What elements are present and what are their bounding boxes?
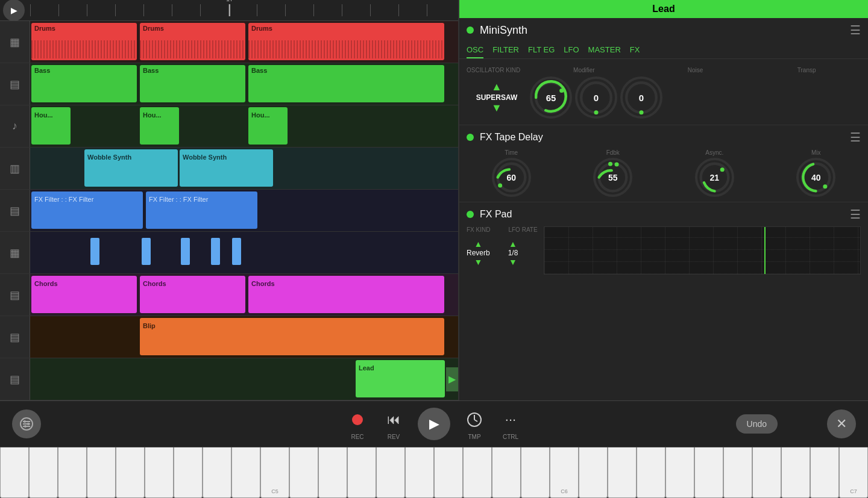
rec-button[interactable]: REC (345, 408, 370, 440)
track-control-midi[interactable]: ▦ (0, 232, 30, 273)
fx-pad-menu-icon[interactable]: ☰ (850, 207, 861, 222)
synth-active-dot[interactable] (467, 26, 474, 34)
track-control-blip[interactable]: ▤ (0, 316, 30, 358)
osc-kind-down-arrow[interactable]: ▼ (491, 102, 502, 114)
time-knob[interactable]: 60 (492, 158, 531, 197)
track-control-lead[interactable]: ▤ (0, 358, 30, 400)
white-key[interactable] (0, 447, 29, 498)
tab-filter[interactable]: FILTER (492, 42, 519, 58)
mix-knob[interactable]: 40 (796, 158, 835, 197)
house-block-1[interactable]: Hou... (31, 107, 71, 145)
white-key[interactable] (376, 447, 405, 498)
bass-block-2[interactable]: Bass (140, 65, 245, 102)
tab-master[interactable]: MASTER (588, 42, 621, 58)
track-control-fxfilter[interactable]: ▤ (0, 190, 30, 231)
play-button[interactable]: ▶ (418, 408, 450, 440)
track-content-blip[interactable]: Blip (30, 316, 458, 358)
undo-button[interactable]: Undo (736, 414, 778, 434)
chords-block-1[interactable]: Chords (31, 276, 137, 313)
ctrl-button[interactable]: ··· CTRL (498, 408, 523, 440)
bass-block-1[interactable]: Bass (31, 65, 137, 102)
track-content-midi[interactable] (30, 232, 458, 273)
white-key[interactable] (781, 447, 810, 498)
wobble-block-2[interactable]: Wobble Synth (180, 149, 273, 187)
white-key[interactable] (145, 447, 174, 498)
white-key[interactable] (87, 447, 116, 498)
white-key[interactable] (723, 447, 752, 498)
white-key[interactable] (752, 447, 781, 498)
fx-kind-up-arrow[interactable]: ▲ (474, 239, 482, 249)
track-content-bass[interactable]: Bass Bass Bass (30, 63, 458, 105)
track-content-wobble[interactable]: Wobble Synth Wobble Synth (30, 148, 458, 189)
white-key[interactable]: C7 (839, 447, 868, 498)
white-key[interactable] (694, 447, 723, 498)
white-key[interactable] (58, 447, 87, 498)
tab-lfo[interactable]: LFO (564, 42, 579, 58)
track-control-house[interactable]: ♪ (0, 105, 30, 147)
white-key[interactable] (405, 447, 434, 498)
white-key[interactable]: C6 (550, 447, 579, 498)
fdbk-knob[interactable]: 55 (593, 158, 632, 197)
lfo-rate-down-arrow[interactable]: ▼ (509, 257, 517, 267)
track-content-fxfilter[interactable]: FX Filter : : FX Filter FX Filter : : FX… (30, 190, 458, 231)
noise-knob[interactable]: 0 (575, 76, 617, 119)
drums-block-2[interactable]: Drums (140, 23, 245, 60)
white-key[interactable] (521, 447, 550, 498)
white-key[interactable] (318, 447, 347, 498)
tmp-button[interactable]: TMP (462, 408, 486, 440)
midi-note-4[interactable] (211, 238, 220, 265)
white-key[interactable] (810, 447, 839, 498)
fx-tape-delay-menu-icon[interactable]: ☰ (850, 130, 861, 145)
white-key[interactable] (608, 447, 637, 498)
white-key[interactable] (347, 447, 376, 498)
tab-flt-eg[interactable]: FLT EG (528, 42, 555, 58)
white-key[interactable] (231, 447, 260, 498)
fx-pad-grid[interactable] (544, 226, 861, 275)
close-button[interactable]: ✕ (827, 409, 856, 438)
house-block-2[interactable]: Hou... (140, 107, 179, 145)
white-key[interactable] (665, 447, 694, 498)
white-key[interactable] (434, 447, 463, 498)
top-play-button[interactable]: ▶ (3, 0, 25, 21)
track-content-drums[interactable]: Drums Drums Drums (30, 21, 458, 63)
midi-note-5[interactable] (232, 238, 241, 265)
chords-block-2[interactable]: Chords (140, 276, 245, 313)
fx-kind-down-arrow[interactable]: ▼ (474, 257, 482, 267)
white-key[interactable] (29, 447, 58, 498)
mixer-button[interactable] (12, 409, 41, 438)
track-control-chords[interactable]: ▤ (0, 274, 30, 316)
tab-fx[interactable]: FX (630, 42, 640, 58)
fx-tape-delay-dot[interactable] (467, 134, 474, 141)
track-content-chords[interactable]: Chords Chords Chords (30, 274, 458, 316)
drums-block-1[interactable]: Drums (31, 23, 137, 60)
fxfilter-block-1[interactable]: FX Filter : : FX Filter (31, 191, 143, 229)
white-key[interactable] (463, 447, 492, 498)
fxfilter-block-2[interactable]: FX Filter : : FX Filter (146, 191, 257, 229)
white-key[interactable] (289, 447, 318, 498)
wobble-block-1[interactable]: Wobble Synth (84, 149, 178, 187)
track-control-drums[interactable]: ▦ (0, 21, 30, 63)
tab-osc[interactable]: OSC (467, 42, 483, 58)
transp-knob[interactable]: 0 (620, 76, 662, 119)
synth-menu-icon[interactable]: ☰ (850, 23, 861, 37)
chords-block-3[interactable]: Chords (248, 276, 444, 313)
track-content-house[interactable]: Hou... Hou... Hou... (30, 105, 458, 147)
track-control-bass[interactable]: ▤ (0, 63, 30, 105)
bass-block-3[interactable]: Bass (248, 65, 444, 102)
right-arrow[interactable]: ▶ (446, 367, 458, 391)
async-knob[interactable]: 21 (695, 158, 734, 197)
blip-block-1[interactable]: Blip (140, 318, 444, 355)
modifier-knob[interactable]: 65 (530, 76, 572, 119)
white-key[interactable] (579, 447, 608, 498)
osc-kind-up-arrow[interactable]: ▲ (491, 81, 502, 93)
track-content-lead[interactable]: Lead ▶ (30, 358, 458, 400)
midi-note-2[interactable] (142, 238, 151, 265)
white-key[interactable] (116, 447, 145, 498)
midi-note-1[interactable] (90, 238, 99, 265)
rev-button[interactable]: ⏮ REV (382, 408, 406, 440)
white-key[interactable] (203, 447, 231, 498)
fx-pad-dot[interactable] (467, 211, 474, 218)
white-key[interactable] (492, 447, 521, 498)
lfo-rate-up-arrow[interactable]: ▲ (509, 239, 517, 249)
track-control-wobble[interactable]: ▥ (0, 148, 30, 189)
